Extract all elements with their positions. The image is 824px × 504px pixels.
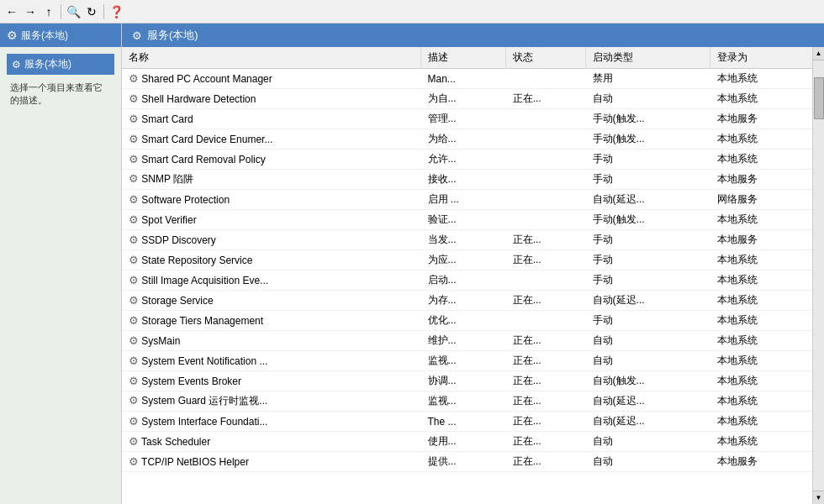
cell-logon: 本地系统 bbox=[710, 331, 812, 351]
cell-status: 正在... bbox=[506, 230, 586, 250]
table-row[interactable]: ⚙ Shell Hardware Detection为自...正在...自动本地… bbox=[122, 89, 812, 109]
service-icon: ⚙ bbox=[129, 153, 139, 165]
sidebar-item-local[interactable]: ⚙ 服务(本地) bbox=[7, 54, 114, 75]
cell-startup: 手动(触发... bbox=[586, 109, 710, 129]
cell-name: ⚙ System Events Broker bbox=[122, 371, 421, 391]
cell-logon: 本地系统 bbox=[710, 391, 812, 412]
sidebar-header-icon: ⚙ bbox=[7, 29, 18, 42]
cell-startup: 自动 bbox=[586, 331, 710, 351]
table-row[interactable]: ⚙ Storage Tiers Management优化...手动本地系统 bbox=[122, 311, 812, 331]
sidebar-item-label: 服务(本地) bbox=[24, 57, 71, 71]
cell-desc: The ... bbox=[421, 412, 506, 432]
sidebar-item-icon: ⚙ bbox=[12, 59, 21, 71]
cell-startup: 手动 bbox=[586, 150, 710, 170]
cell-startup: 禁用 bbox=[586, 69, 710, 89]
cell-desc: 启动... bbox=[421, 270, 506, 291]
forward-icon[interactable]: → bbox=[22, 3, 39, 20]
cell-name: ⚙ Shared PC Account Manager bbox=[122, 69, 421, 89]
col-name[interactable]: 名称 bbox=[122, 47, 421, 69]
refresh-icon[interactable]: ↻ bbox=[83, 3, 100, 20]
table-row[interactable]: ⚙ Task Scheduler使用...正在...自动本地系统 bbox=[122, 432, 812, 452]
col-startup[interactable]: 启动类型 bbox=[586, 47, 710, 69]
cell-startup: 手动 bbox=[586, 250, 710, 270]
service-icon: ⚙ bbox=[129, 375, 139, 387]
scroll-thumb[interactable] bbox=[814, 77, 824, 119]
table-row[interactable]: ⚙ System Guard 运行时监视...监视...正在...自动(延迟..… bbox=[122, 391, 812, 412]
cell-desc: 当发... bbox=[421, 230, 506, 250]
service-icon: ⚙ bbox=[129, 274, 139, 286]
cell-status: 正在... bbox=[506, 432, 586, 452]
service-icon: ⚙ bbox=[129, 294, 139, 307]
table-row[interactable]: ⚙ SNMP 陷阱接收...手动本地服务 bbox=[122, 170, 812, 190]
table-row[interactable]: ⚙ Software Protection启用 ...自动(延迟...网络服务 bbox=[122, 190, 812, 210]
service-icon: ⚙ bbox=[129, 435, 139, 448]
cell-logon: 本地服务 bbox=[710, 170, 812, 190]
scroll-up-btn[interactable]: ▲ bbox=[813, 47, 824, 60]
cell-startup: 自动(延迟... bbox=[586, 391, 710, 412]
col-desc[interactable]: 描述 bbox=[421, 47, 506, 69]
table-row[interactable]: ⚙ Shared PC Account ManagerMan...禁用本地系统 bbox=[122, 69, 812, 89]
scrollbar[interactable]: ▲ ▼ bbox=[812, 47, 824, 504]
table-row[interactable]: ⚙ Still Image Acquisition Eve...启动...手动本… bbox=[122, 270, 812, 291]
cell-name: ⚙ TCP/IP NetBIOS Helper bbox=[122, 452, 421, 472]
cell-status: 正在... bbox=[506, 291, 586, 311]
services-table-container[interactable]: 名称 描述 状态 启动类型 登录为 ⚙ Shared PC Account Ma… bbox=[122, 47, 812, 504]
cell-status bbox=[506, 210, 586, 230]
cell-logon: 本地系统 bbox=[710, 250, 812, 270]
back-icon[interactable]: ← bbox=[3, 3, 20, 20]
cell-name: ⚙ Smart Card Device Enumer... bbox=[122, 129, 421, 150]
cell-status bbox=[506, 311, 586, 331]
service-icon: ⚙ bbox=[129, 354, 139, 367]
main-area: ⚙ 服务(本地) ⚙ 服务(本地) 选择一个项目来查看它的描述。 ⚙ 服务(本地… bbox=[0, 24, 824, 504]
table-row[interactable]: ⚙ Storage Service为存...正在...自动(延迟...本地系统 bbox=[122, 291, 812, 311]
col-status[interactable]: 状态 bbox=[506, 47, 586, 69]
cell-logon: 本地系统 bbox=[710, 89, 812, 109]
content-area: ⚙ 服务(本地) 名称 描述 状态 启动类型 登录为 bbox=[122, 24, 824, 504]
cell-name: ⚙ SSDP Discovery bbox=[122, 230, 421, 250]
service-icon: ⚙ bbox=[129, 334, 139, 347]
cell-desc: 允许... bbox=[421, 150, 506, 170]
table-row[interactable]: ⚙ Spot Verifier验证...手动(触发...本地系统 bbox=[122, 210, 812, 230]
service-icon: ⚙ bbox=[129, 72, 139, 85]
table-row[interactable]: ⚙ SysMain维护...正在...自动本地系统 bbox=[122, 331, 812, 351]
cell-status: 正在... bbox=[506, 412, 586, 432]
service-icon: ⚙ bbox=[129, 213, 139, 226]
cell-status: 正在... bbox=[506, 89, 586, 109]
up-icon[interactable]: ↑ bbox=[40, 3, 57, 20]
table-row[interactable]: ⚙ Smart Card管理...手动(触发...本地服务 bbox=[122, 109, 812, 129]
toolbar: ← → ↑ 🔍 ↻ ❓ bbox=[0, 0, 824, 24]
cell-logon: 本地服务 bbox=[710, 230, 812, 250]
cell-name: ⚙ State Repository Service bbox=[122, 250, 421, 270]
col-logon[interactable]: 登录为 bbox=[710, 47, 812, 69]
cell-startup: 自动 bbox=[586, 89, 710, 109]
cell-desc: 为给... bbox=[421, 129, 506, 150]
scroll-track[interactable] bbox=[813, 60, 824, 491]
table-row[interactable]: ⚙ TCP/IP NetBIOS Helper提供...正在...自动本地服务 bbox=[122, 452, 812, 472]
cell-desc: 为存... bbox=[421, 291, 506, 311]
table-row[interactable]: ⚙ Smart Card Removal Policy允许...手动本地系统 bbox=[122, 150, 812, 170]
table-row[interactable]: ⚙ System Interface Foundati...The ...正在.… bbox=[122, 412, 812, 432]
cell-status bbox=[506, 69, 586, 89]
cell-desc: 协调... bbox=[421, 371, 506, 391]
cell-startup: 自动(延迟... bbox=[586, 412, 710, 432]
cell-status: 正在... bbox=[506, 452, 586, 472]
services-table: 名称 描述 状态 启动类型 登录为 ⚙ Shared PC Account Ma… bbox=[122, 47, 812, 472]
scroll-down-btn[interactable]: ▼ bbox=[813, 491, 824, 504]
table-row[interactable]: ⚙ State Repository Service为应...正在...手动本地… bbox=[122, 250, 812, 270]
cell-startup: 自动 bbox=[586, 452, 710, 472]
help-icon[interactable]: ❓ bbox=[108, 3, 124, 20]
cell-desc: 监视... bbox=[421, 351, 506, 371]
service-icon: ⚙ bbox=[129, 193, 139, 206]
content-header-icon: ⚙ bbox=[132, 29, 142, 42]
cell-name: ⚙ Storage Tiers Management bbox=[122, 311, 421, 331]
cell-status bbox=[506, 190, 586, 210]
cell-desc: 启用 ... bbox=[421, 190, 506, 210]
search-icon[interactable]: 🔍 bbox=[65, 3, 82, 20]
cell-status bbox=[506, 109, 586, 129]
table-row[interactable]: ⚙ SSDP Discovery当发...正在...手动本地服务 bbox=[122, 230, 812, 250]
table-row[interactable]: ⚙ System Event Notification ...监视...正在..… bbox=[122, 351, 812, 371]
cell-startup: 自动(延迟... bbox=[586, 291, 710, 311]
table-row[interactable]: ⚙ Smart Card Device Enumer...为给...手动(触发.… bbox=[122, 129, 812, 150]
separator2 bbox=[103, 4, 104, 19]
table-row[interactable]: ⚙ System Events Broker协调...正在...自动(触发...… bbox=[122, 371, 812, 391]
